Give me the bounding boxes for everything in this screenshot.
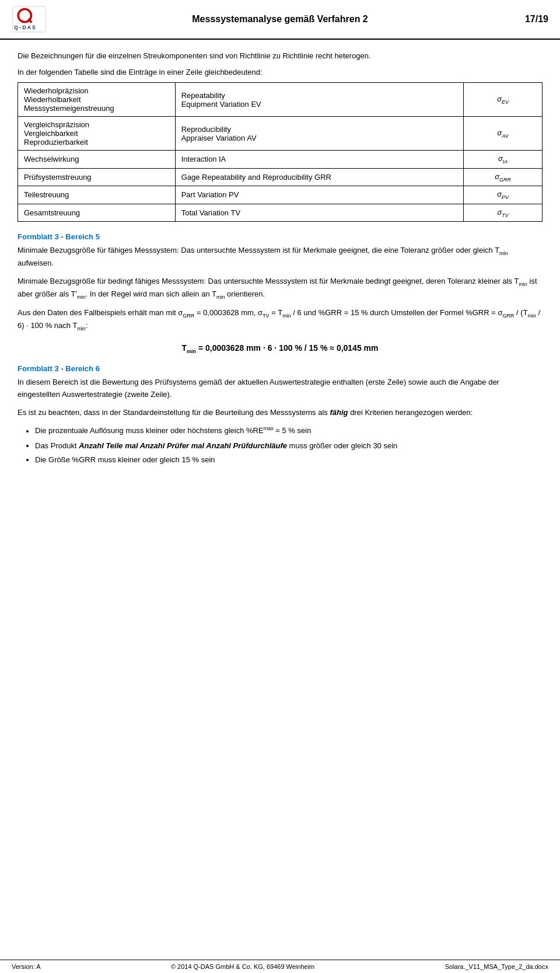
section6-para2: Es ist zu beachten, dass in der Standard… — [18, 407, 542, 419]
english-term-4: Gage Repeatability and Reproducibility G… — [175, 168, 463, 186]
table-row: Gesamtstreuung Total Variation TV σTV — [18, 204, 542, 222]
terms-table: WiederholpräzisionWiederholbarkeitMesssy… — [18, 82, 542, 222]
german-term-1: WiederholpräzisionWiederholbarkeitMesssy… — [18, 83, 176, 117]
english-term-1: RepeatabilityEquipment Variation EV — [175, 83, 463, 117]
english-term-2: ReproducibilityAppraiser Variation AV — [175, 117, 463, 151]
list-item: Die Größe %GRR muss kleiner oder gleich … — [35, 454, 542, 466]
qdas-logo: Q - D A S — [12, 5, 47, 34]
section5-para3: Aus den Daten des Fallbeispiels erhält m… — [18, 307, 542, 333]
footer-filename: Solara._V11_MSA_Type_2_da.docx — [445, 963, 548, 970]
intro-line2: In der folgenden Tabelle sind die Einträ… — [18, 67, 542, 78]
table-row: Prüfsystemstreuung Gage Repeatability an… — [18, 168, 542, 186]
section6-heading: Formblatt 3 - Bereich 6 — [18, 364, 542, 373]
list-item: Die prozentuale Auflösung muss kleiner o… — [35, 424, 542, 437]
table-row: VergleichspräzisionVergleichbarkeitRepro… — [18, 117, 542, 151]
page-number: 17/19 — [513, 14, 548, 25]
list-item: Das Produkt Anzahl Teile mal Anzahl Prüf… — [35, 440, 542, 452]
page-footer: Version: A © 2014 Q-DAS GmbH & Co. KG, 6… — [0, 960, 560, 973]
german-term-6: Gesamtstreuung — [18, 204, 176, 222]
sigma-5: σPV — [464, 186, 542, 204]
section6-para1: In diesem Bereich ist die Bewertung des … — [18, 376, 542, 401]
table-row: WiederholpräzisionWiederholbarkeitMesssy… — [18, 83, 542, 117]
document-title: Messsystemanalyse gemäß Verfahren 2 — [47, 14, 513, 25]
german-term-4: Prüfsystemstreuung — [18, 168, 176, 186]
german-term-5: Teilestreuung — [18, 186, 176, 204]
footer-copyright: © 2014 Q-DAS GmbH & Co. KG, 69469 Weinhe… — [171, 963, 314, 970]
sigma-4: σGRR — [464, 168, 542, 186]
table-row: Wechselwirkung Interaction IA σIA — [18, 151, 542, 169]
main-content: Die Bezeichnungen für die einzelnen Stre… — [0, 40, 560, 484]
svg-text:Q - D A S: Q - D A S — [14, 25, 36, 30]
criteria-list: Die prozentuale Auflösung muss kleiner o… — [35, 424, 542, 466]
section5-heading: Formblatt 3 - Bereich 5 — [18, 232, 542, 241]
footer-version: Version: A — [12, 963, 41, 970]
section5-para2: Minimale Bezugsgröße für bedingt fähiges… — [18, 275, 542, 301]
german-term-2: VergleichspräzisionVergleichbarkeitRepro… — [18, 117, 176, 151]
sigma-6: σTV — [464, 204, 542, 222]
sigma-2: σAV — [464, 117, 542, 151]
english-term-3: Interaction IA — [175, 151, 463, 169]
english-term-5: Part Variation PV — [175, 186, 463, 204]
sigma-1: σEV — [464, 83, 542, 117]
intro-line1: Die Bezeichnungen für die einzelnen Stre… — [18, 50, 542, 62]
english-term-6: Total Variation TV — [175, 204, 463, 222]
formula: Tmin = 0,0003628 mm · 6 · 100 % / 15 % ≈… — [18, 341, 542, 356]
german-term-3: Wechselwirkung — [18, 151, 176, 169]
sigma-3: σIA — [464, 151, 542, 169]
table-row: Teilestreuung Part Variation PV σPV — [18, 186, 542, 204]
section5-para1: Minimale Bezugsgröße für fähiges Messsys… — [18, 245, 542, 270]
page-header: Q - D A S Messsystemanalyse gemäß Verfah… — [0, 0, 560, 40]
